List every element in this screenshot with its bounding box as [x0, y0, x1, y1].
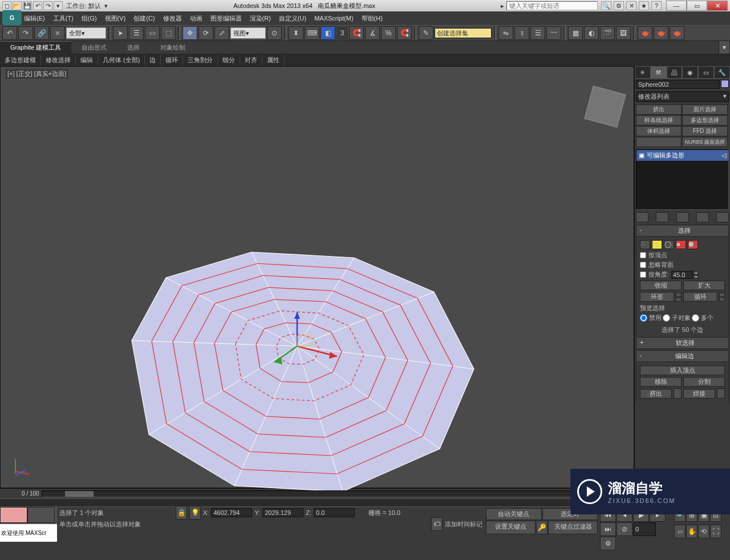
angle-snap-button[interactable]: 3 — [336, 26, 348, 40]
undo-icon[interactable]: ↶ — [33, 1, 42, 10]
mod-btn-splinesel[interactable]: 样条线选择 — [636, 115, 682, 125]
menu-help[interactable]: 帮助(H) — [362, 14, 383, 23]
menu-group[interactable]: 组(G) — [82, 14, 97, 23]
named-set-edit-button[interactable]: ✎ — [419, 26, 433, 40]
angle-snap-toggle[interactable]: ∡ — [365, 26, 380, 40]
modify-tab-icon[interactable]: 🛠 — [651, 66, 667, 79]
shrink-button[interactable]: 收缩 — [640, 281, 682, 290]
hierarchy-tab-icon[interactable]: 品 — [667, 66, 683, 79]
ribbon-panel-align[interactable]: 对齐 — [240, 55, 262, 66]
menu-modifiers[interactable]: 修改器 — [163, 14, 182, 23]
modifier-stack[interactable]: ▣ 可编辑多边形 ◁ — [636, 149, 729, 210]
unlink-button[interactable]: ⤫ — [50, 26, 65, 40]
window-crossing-button[interactable]: ⬚ — [161, 26, 176, 40]
create-tab-icon[interactable]: ✳ — [635, 66, 651, 79]
spinner-up-icon[interactable]: ▴ — [693, 271, 699, 275]
element-subobj-icon[interactable]: ⬢ — [688, 240, 698, 249]
snap-toggle-button[interactable]: ◧ — [321, 26, 335, 40]
favorite-icon[interactable]: ★ — [639, 1, 649, 10]
align-button[interactable]: ⫴ — [514, 26, 529, 40]
schematic-view-button[interactable]: ▦ — [568, 26, 583, 40]
render-iterative-button[interactable]: 🫖 — [654, 26, 668, 40]
rotate-button[interactable]: ⟳ — [198, 26, 213, 40]
ribbon-tab-graphite[interactable]: Graphite 建模工具 — [0, 41, 71, 54]
selection-filter-dropdown[interactable]: 全部 ▾ — [66, 27, 106, 39]
menu-edit[interactable]: 编辑(E) — [24, 14, 45, 23]
keyfilter-button[interactable]: 关键点过滤器 — [548, 521, 598, 534]
viewport-label[interactable]: [+] [正交] [真实+边面] — [5, 69, 68, 79]
new-icon[interactable]: ◻ — [2, 1, 11, 10]
viewport[interactable]: [+] [正交] [真实+边面] — [0, 66, 634, 488]
ribbon-tab-freeform[interactable]: 自由形式 — [71, 42, 117, 54]
menu-grapheditors[interactable]: 图形编辑器 — [210, 14, 242, 23]
spinner-down-icon[interactable]: ▾ — [693, 275, 699, 279]
unique-icon[interactable] — [676, 212, 689, 222]
workspace-label[interactable]: 工作台: 默认 — [66, 2, 101, 10]
scale-button[interactable]: ⤢ — [214, 26, 229, 40]
show-result-icon[interactable] — [656, 212, 668, 222]
menu-views[interactable]: 视图(V) — [105, 14, 126, 23]
motion-tab-icon[interactable]: ◉ — [682, 66, 698, 79]
by-vertex-checkbox[interactable] — [640, 252, 646, 258]
exchange-icon[interactable]: ✕ — [626, 1, 636, 10]
configure-sets-icon[interactable] — [716, 212, 729, 222]
ref-coord-dropdown[interactable]: 视图 ▾ — [230, 27, 266, 39]
ribbon-collapse-icon[interactable]: ▾ — [719, 40, 730, 54]
undo-button[interactable]: ↶ — [2, 26, 17, 40]
preview-multi-radio[interactable] — [692, 314, 699, 322]
ring-down-icon[interactable] — [676, 297, 682, 302]
save-icon[interactable]: 💾 — [23, 1, 32, 10]
render-setup-button[interactable]: 🎬 — [600, 26, 615, 40]
app-menu-button[interactable]: G — [2, 10, 22, 25]
minimize-button[interactable]: — — [666, 1, 687, 11]
script-rec-button[interactable] — [0, 507, 27, 523]
setkey-large-icon[interactable]: 🔑 — [536, 521, 548, 534]
ribbon-panel-tri[interactable]: 三角剖分 — [183, 55, 218, 66]
mod-btn-extrude[interactable]: 挤出 — [636, 104, 682, 115]
select-manipulate-button[interactable]: ⬍ — [289, 26, 303, 40]
render-production-button[interactable]: 🫖 — [638, 26, 652, 40]
ring-up-icon[interactable] — [676, 293, 682, 297]
render-last-button[interactable]: 🫖 — [670, 26, 684, 40]
rollout-selection-header[interactable]: -选择 — [636, 225, 729, 237]
rollout-editedge-header[interactable]: -编辑边 — [636, 350, 729, 362]
polygon-subobj-icon[interactable]: ■ — [676, 240, 686, 249]
fov-icon[interactable]: ▱ — [674, 525, 686, 538]
display-tab-icon[interactable]: ▭ — [698, 66, 714, 79]
menu-animation[interactable]: 动画 — [190, 14, 202, 23]
mod-btn-polysel[interactable]: 多边形选择 — [682, 115, 728, 125]
loop-down-icon[interactable] — [719, 297, 725, 302]
select-name-button[interactable]: ☰ — [129, 26, 144, 40]
ribbon-tab-paint[interactable]: 对象绘制 — [150, 42, 196, 54]
edge-subobj-icon[interactable]: ◁ — [652, 240, 662, 249]
grow-button[interactable]: 扩大 — [683, 281, 725, 290]
mod-btn-nurbssel[interactable]: NURBS 曲面选择 — [682, 137, 728, 147]
listener-prompt[interactable]: 欢迎使用 MAXScr — [0, 524, 57, 542]
ribbon-tab-selection[interactable]: 选择 — [117, 42, 150, 54]
ignore-backface-checkbox[interactable] — [640, 262, 646, 268]
snap-3d-button[interactable]: 🧲 — [349, 26, 364, 40]
mod-btn-empty[interactable] — [636, 137, 682, 147]
link-button[interactable]: 🔗 — [34, 26, 49, 40]
preview-disable-radio[interactable] — [640, 314, 647, 322]
goto-end-icon[interactable]: ⏭ — [600, 522, 616, 536]
mod-btn-volsel[interactable]: 体积选择 — [636, 126, 682, 136]
rollout-softsel-header[interactable]: +软选择 — [636, 337, 729, 349]
remove-mod-icon[interactable] — [696, 212, 709, 222]
curve-editor-button[interactable]: 〰 — [546, 26, 561, 40]
ribbon-panel-edit[interactable]: 编辑 — [76, 55, 98, 66]
pin-stack-icon[interactable] — [636, 212, 648, 222]
viewcube[interactable] — [584, 86, 626, 127]
ribbon-panel-edges[interactable]: 边 — [145, 55, 161, 66]
help-icon[interactable]: ? — [651, 1, 662, 10]
expand-icon[interactable]: ▣ — [639, 152, 644, 159]
current-frame-field[interactable] — [633, 522, 656, 536]
ribbon-panel-props[interactable]: 属性 — [262, 55, 285, 66]
search-icon[interactable]: 🔍 — [601, 1, 611, 10]
render-frame-button[interactable]: 🖼 — [616, 26, 631, 40]
ribbon-panel-modsel[interactable]: 修改选择 — [41, 55, 76, 66]
infocenter-arrow[interactable]: ▸ — [501, 2, 504, 10]
pan-icon[interactable]: ✋ — [686, 525, 697, 538]
menu-create[interactable]: 创建(C) — [133, 14, 155, 23]
subscription-icon[interactable]: ⚙ — [614, 1, 624, 10]
